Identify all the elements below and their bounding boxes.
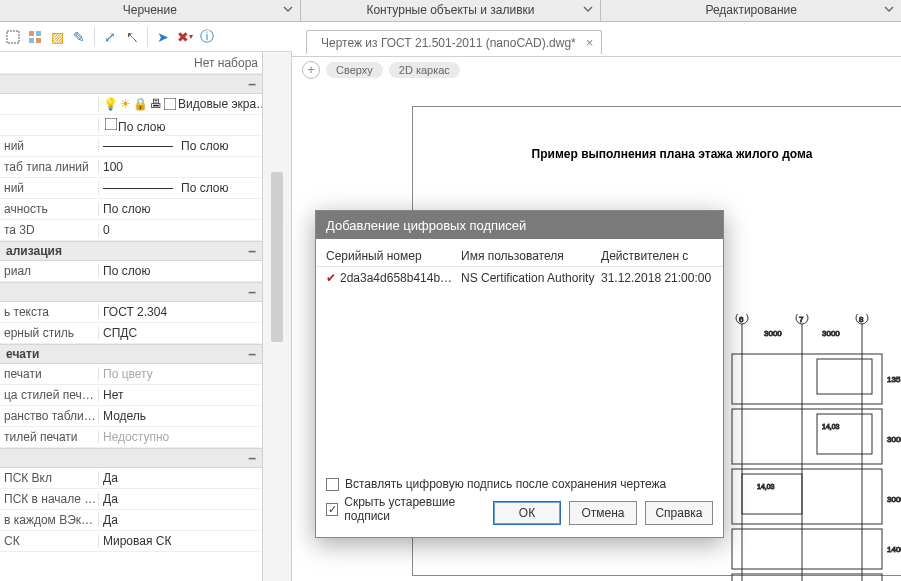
property-row[interactable]: в каждом ВЭкранеДа bbox=[0, 510, 262, 531]
button-label: Отмена bbox=[581, 506, 624, 520]
add-view-button[interactable]: + bbox=[302, 61, 320, 79]
properties-scrollbar[interactable] bbox=[263, 52, 292, 581]
signature-row[interactable]: ✔2da3a4d658b414b…NS Certification Author… bbox=[316, 267, 723, 289]
property-row[interactable]: та 3D0 bbox=[0, 220, 262, 241]
property-row[interactable]: таб типа линий100 bbox=[0, 157, 262, 178]
col-serial[interactable]: Серийный номер bbox=[326, 249, 461, 263]
property-row[interactable]: нийПо слою bbox=[0, 178, 262, 199]
property-row[interactable]: ПСК в начале ко…Да bbox=[0, 489, 262, 510]
properties-panel: Нет набора –💡☀🔒🖶Видовые экра…По слоюнийП… bbox=[0, 52, 263, 581]
section-header[interactable]: – bbox=[0, 282, 262, 302]
property-value[interactable]: По слою bbox=[98, 117, 262, 134]
ok-button[interactable]: ОК bbox=[493, 501, 561, 525]
checkbox-insert-after-save[interactable]: Вставлять цифровую подпись после сохране… bbox=[326, 477, 713, 491]
collapse-icon[interactable]: – bbox=[248, 76, 256, 92]
brush-icon[interactable]: ✎ bbox=[70, 28, 88, 46]
property-row[interactable]: ца стилей печатиНет bbox=[0, 385, 262, 406]
checkbox-hide-expired[interactable]: ✓ Скрыть устаревшие подписи bbox=[326, 495, 493, 523]
close-icon[interactable]: × bbox=[586, 35, 594, 50]
property-value[interactable]: Модель bbox=[98, 409, 262, 423]
select-rect-icon[interactable] bbox=[4, 28, 22, 46]
svg-rect-25 bbox=[742, 474, 802, 514]
property-row[interactable]: ПСК ВклДа bbox=[0, 468, 262, 489]
sun-icon[interactable]: ☀ bbox=[120, 97, 131, 112]
collapse-icon[interactable]: – bbox=[248, 284, 256, 300]
chevron-down-icon[interactable] bbox=[283, 4, 295, 16]
cancel-button[interactable]: Отмена bbox=[569, 501, 637, 525]
property-label: таб типа линий bbox=[0, 160, 98, 174]
col-user[interactable]: Имя пользователя bbox=[461, 249, 601, 263]
layer-name: Видовые экра… bbox=[178, 97, 262, 111]
chevron-down-icon[interactable] bbox=[583, 4, 595, 16]
cursor-icon[interactable]: ➤ bbox=[154, 28, 172, 46]
property-value[interactable]: 💡☀🔒🖶Видовые экра… bbox=[98, 97, 262, 112]
properties-header: Нет набора bbox=[0, 52, 262, 74]
collapse-icon[interactable]: – bbox=[248, 450, 256, 466]
ribbon-tab-contours[interactable]: Контурные объекты и заливки bbox=[301, 0, 602, 21]
property-value[interactable]: Недоступно bbox=[98, 430, 262, 444]
property-value[interactable]: СПДС bbox=[98, 326, 262, 340]
property-value[interactable]: Да bbox=[98, 492, 262, 506]
section-header[interactable]: – bbox=[0, 74, 262, 94]
property-value[interactable]: По слою bbox=[98, 264, 262, 278]
ribbon-tab-edit[interactable]: Редактирование bbox=[601, 0, 901, 21]
property-row[interactable]: тилей печатиНедоступно bbox=[0, 427, 262, 448]
chevron-down-icon[interactable] bbox=[884, 4, 896, 16]
help-icon[interactable]: ⓘ bbox=[198, 28, 216, 46]
property-value[interactable]: По слою bbox=[98, 181, 262, 195]
col-valid[interactable]: Действителен с bbox=[601, 249, 713, 263]
property-row[interactable]: По слою bbox=[0, 115, 262, 136]
dimension-icon[interactable]: ⤢ bbox=[101, 28, 119, 46]
property-row[interactable]: 💡☀🔒🖶Видовые экра… bbox=[0, 94, 262, 115]
property-row[interactable]: ь текстаГОСТ 2.304 bbox=[0, 302, 262, 323]
file-tab[interactable]: Чертеж из ГОСТ 21.501-2011 (nanoCAD).dwg… bbox=[306, 30, 602, 54]
view-chip-wireframe[interactable]: 2D каркас bbox=[389, 62, 460, 78]
help-button[interactable]: Справка bbox=[645, 501, 713, 525]
svg-rect-23 bbox=[817, 359, 872, 394]
svg-rect-4 bbox=[36, 38, 41, 43]
hatch-icon[interactable]: ▨ bbox=[48, 28, 66, 46]
property-value[interactable]: По цвету bbox=[98, 367, 262, 381]
pointer-icon[interactable]: ⭦ bbox=[123, 28, 141, 46]
property-value-text: По слою bbox=[118, 119, 165, 133]
property-value[interactable]: Да bbox=[98, 471, 262, 485]
property-value[interactable]: Да bbox=[98, 513, 262, 527]
property-row[interactable]: ачностьПо слою bbox=[0, 199, 262, 220]
svg-text:14,03: 14,03 bbox=[757, 483, 775, 490]
property-value-text: По слою bbox=[181, 181, 228, 195]
property-value[interactable]: Нет bbox=[98, 388, 262, 402]
property-value[interactable]: ГОСТ 2.304 bbox=[98, 305, 262, 319]
ribbon-tab-drawing[interactable]: Черчение bbox=[0, 0, 301, 21]
svg-text:7: 7 bbox=[799, 315, 804, 324]
lightbulb-icon[interactable]: 💡 bbox=[103, 97, 118, 112]
property-row[interactable]: нийПо слою bbox=[0, 136, 262, 157]
section-header[interactable]: ализация– bbox=[0, 241, 262, 261]
color-swatch-icon[interactable] bbox=[103, 117, 118, 132]
color-swatch-icon[interactable] bbox=[164, 97, 176, 112]
section-header[interactable]: – bbox=[0, 448, 262, 468]
property-row[interactable]: ранство таблиц…Модель bbox=[0, 406, 262, 427]
property-row[interactable]: риалПо слою bbox=[0, 261, 262, 282]
print-icon[interactable]: 🖶 bbox=[150, 97, 162, 112]
dialog-titlebar[interactable]: Добавление цифровых подписей bbox=[316, 211, 723, 239]
section-header[interactable]: ечати– bbox=[0, 344, 262, 364]
property-row[interactable]: ерный стильСПДС bbox=[0, 323, 262, 344]
svg-text:8: 8 bbox=[859, 315, 864, 324]
property-value[interactable]: Мировая СК bbox=[98, 534, 262, 548]
lock-icon[interactable]: 🔒 bbox=[133, 97, 148, 112]
property-value[interactable]: По слою bbox=[98, 139, 262, 153]
grid-icon[interactable] bbox=[26, 28, 44, 46]
delete-icon[interactable]: ✖▾ bbox=[176, 28, 194, 46]
property-row[interactable]: СКМировая СК bbox=[0, 531, 262, 552]
svg-text:1400: 1400 bbox=[887, 545, 901, 554]
property-row[interactable]: печатиПо цвету bbox=[0, 364, 262, 385]
property-value[interactable]: 100 bbox=[98, 160, 262, 174]
scrollbar-thumb[interactable] bbox=[271, 172, 283, 342]
property-value[interactable]: По слою bbox=[98, 202, 262, 216]
dialog-footer: Вставлять цифровую подпись после сохране… bbox=[316, 471, 723, 537]
collapse-icon[interactable]: – bbox=[248, 346, 256, 362]
property-value[interactable]: 0 bbox=[98, 223, 262, 237]
button-label: Справка bbox=[655, 506, 702, 520]
collapse-icon[interactable]: – bbox=[248, 243, 256, 259]
view-chip-top[interactable]: Сверху bbox=[326, 62, 383, 78]
